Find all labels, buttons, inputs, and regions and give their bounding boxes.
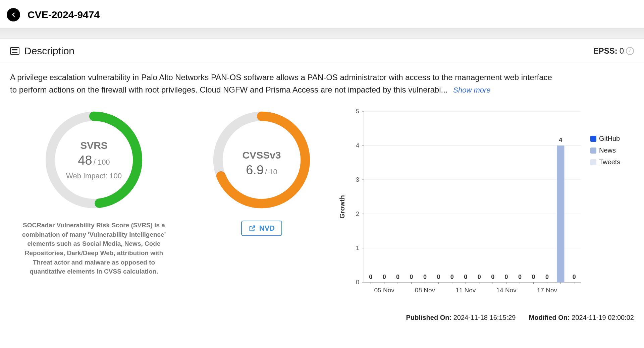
legend-label: Tweets [599, 158, 620, 166]
svg-text:0: 0 [450, 274, 454, 280]
modified-value: 2024-11-19 02:00:02 [572, 314, 634, 321]
cvss-max: / 10 [265, 168, 277, 176]
epss-score: EPSS: 0 i [593, 46, 634, 56]
modified-label: Modified On: [529, 314, 570, 321]
chart-legend: GitHubNewsTweets [590, 108, 634, 306]
published-value: 2024-11-18 16:15:29 [453, 314, 516, 321]
svrs-sub: Web Impact: 100 [66, 172, 122, 180]
cvss-value: 6.9 [246, 163, 264, 177]
svg-text:4: 4 [356, 142, 359, 149]
svg-text:0: 0 [545, 274, 549, 280]
section-header: Description EPSS: 0 i [0, 39, 644, 62]
page-header: CVE-2024-9474 [0, 0, 644, 28]
arrow-left-icon [10, 11, 17, 18]
svg-text:08 Nov: 08 Nov [415, 287, 435, 294]
divider-band [0, 28, 644, 39]
svg-text:0: 0 [369, 274, 372, 280]
svg-text:0: 0 [532, 274, 535, 280]
cve-title: CVE-2024-9474 [28, 9, 100, 20]
cvss-label: CVSSv3 [242, 150, 281, 161]
description-text: A privilege escalation vulnerability in … [10, 71, 553, 96]
svg-text:0: 0 [491, 274, 494, 280]
growth-chart: 012345000000000000004005 Nov08 Nov11 Nov… [345, 108, 584, 306]
published-label: Published On: [406, 314, 452, 321]
legend-item[interactable]: GitHub [590, 135, 634, 142]
svrs-donut: SVRS 48/ 100 Web Impact: 100 [42, 108, 146, 212]
info-icon[interactable]: i [626, 47, 634, 55]
svg-text:0: 0 [464, 274, 467, 280]
section-title: Description [24, 45, 74, 57]
svg-text:0: 0 [396, 274, 399, 280]
legend-swatch [590, 159, 596, 165]
svg-text:3: 3 [356, 176, 359, 183]
legend-swatch [590, 136, 596, 142]
svg-text:0: 0 [505, 274, 508, 280]
back-button[interactable] [7, 8, 20, 21]
svrs-panel: SVRS 48/ 100 Web Impact: 100 SOCRadar Vu… [10, 108, 178, 276]
svg-text:11 Nov: 11 Nov [455, 287, 476, 294]
svg-text:0: 0 [437, 274, 440, 280]
legend-label: GitHub [599, 135, 620, 142]
svrs-value: 48 [78, 153, 92, 167]
svg-text:1: 1 [356, 245, 359, 251]
svg-text:0: 0 [478, 274, 481, 280]
nvd-link-button[interactable]: NVD [241, 221, 282, 236]
cvss-donut: CVSSv3 6.9/ 10 [210, 108, 314, 212]
dates-footer: Published On: 2024-11-18 16:15:29 Modifi… [0, 309, 644, 325]
svg-text:14 Nov: 14 Nov [496, 287, 517, 294]
external-link-icon [249, 225, 256, 232]
legend-label: News [599, 147, 616, 154]
svg-text:2: 2 [356, 211, 359, 217]
list-icon [10, 47, 19, 55]
svrs-max: / 100 [94, 158, 110, 166]
svg-text:5: 5 [356, 108, 359, 115]
cvss-panel: CVSSv3 6.9/ 10 NVD [198, 108, 325, 236]
nvd-label: NVD [259, 224, 275, 233]
svg-text:0: 0 [573, 274, 576, 280]
growth-chart-panel: Growth 012345000000000000004005 Nov08 No… [345, 108, 634, 306]
svg-text:05 Nov: 05 Nov [374, 287, 395, 294]
epss-label: EPSS: [593, 46, 618, 56]
svg-text:0: 0 [518, 274, 522, 280]
chart-ylabel: Growth [338, 195, 346, 219]
svg-text:4: 4 [559, 137, 562, 143]
svrs-caption: SOCRadar Vulnerability Risk Score (SVRS)… [15, 221, 173, 276]
svrs-label: SVRS [80, 140, 108, 151]
show-more-link[interactable]: Show more [453, 86, 490, 94]
svg-rect-56 [557, 146, 564, 282]
legend-swatch [590, 148, 596, 154]
svg-text:0: 0 [423, 274, 427, 280]
svg-text:0: 0 [383, 274, 386, 280]
legend-item[interactable]: News [590, 147, 634, 154]
svg-text:0: 0 [356, 279, 359, 286]
epss-value: 0 [620, 46, 624, 56]
legend-item[interactable]: Tweets [590, 158, 634, 166]
svg-text:0: 0 [410, 274, 413, 280]
svg-text:17 Nov: 17 Nov [537, 287, 557, 294]
